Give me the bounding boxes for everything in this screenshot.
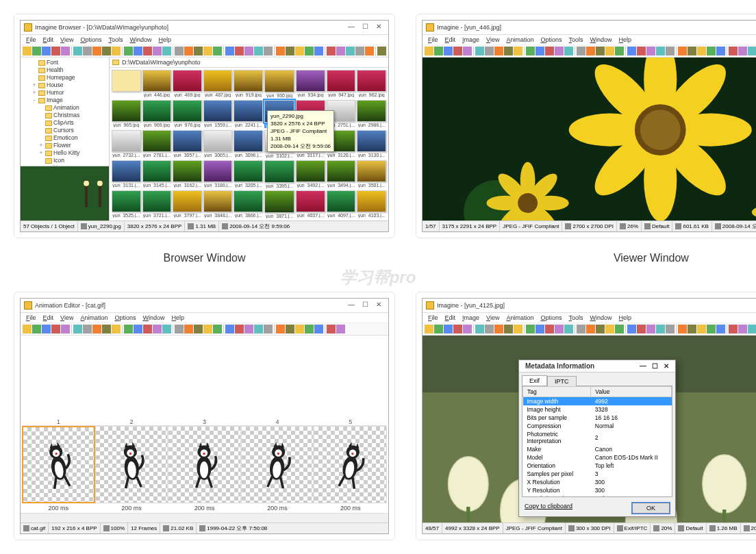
toolbar-button-32[interactable] (748, 325, 756, 333)
toolbar-button-28[interactable] (707, 47, 716, 55)
toolbar-button-6[interactable] (485, 325, 494, 333)
dialog-close-button[interactable]: ✕ (661, 362, 672, 370)
menu-window[interactable]: Window (140, 314, 168, 322)
close-button[interactable]: ✕ (373, 23, 385, 32)
toolbar-button-21[interactable] (235, 47, 244, 55)
horizontal-scrollbar[interactable] (21, 513, 388, 522)
metadata-row[interactable]: CompressionNormal (523, 422, 672, 430)
metadata-row[interactable]: ModelCanon EOS-1Ds Mark II (523, 453, 672, 462)
thumbnail-item[interactable]: yun_965.jpg (112, 100, 141, 128)
tab-iptc[interactable]: IPTC (547, 376, 577, 386)
toolbar-button-21[interactable] (235, 325, 244, 333)
frame-3[interactable]: 200 ms (168, 426, 241, 512)
toolbar-button-8[interactable] (504, 325, 513, 333)
frames-strip[interactable]: 200 ms200 ms200 ms200 ms200 ms (22, 426, 387, 512)
thumbnail-item[interactable]: yun_976.jpg (173, 100, 202, 128)
toolbar-button-34[interactable] (365, 47, 374, 55)
toolbar-button-31[interactable] (336, 325, 345, 333)
toolbar-button-19[interactable] (213, 47, 222, 55)
toolbar-button-1[interactable] (434, 325, 443, 333)
toolbar-button-27[interactable] (295, 47, 304, 55)
toolbar-button-29[interactable] (314, 325, 323, 333)
toolbar-button-11[interactable] (536, 325, 544, 333)
toolbar-button-23[interactable] (656, 47, 665, 55)
toolbar-button-23[interactable] (254, 325, 263, 333)
toolbar-button-13[interactable] (153, 325, 162, 333)
thumbnail-item[interactable]: yun_3145.j... (142, 160, 172, 188)
toolbar-button-11[interactable] (536, 47, 544, 55)
toolbar-button-18[interactable] (203, 325, 212, 333)
thumbnail-item[interactable]: yun_3395.j... (264, 160, 294, 188)
metadata-row[interactable]: Samples per pixel3 (523, 470, 672, 478)
thumbnail-item[interactable]: yun_4097.j... (327, 190, 356, 218)
toolbar-button-33[interactable] (355, 47, 364, 55)
toolbar-button-19[interactable] (213, 325, 222, 333)
toolbar-button-0[interactable] (425, 325, 433, 333)
menu-animation[interactable]: Animation (77, 314, 110, 322)
dialog-maximize-button[interactable]: ☐ (649, 362, 661, 370)
toolbar-button-15[interactable] (577, 47, 585, 55)
toolbar-button-12[interactable] (143, 325, 152, 333)
frame-5[interactable]: 200 ms (314, 426, 387, 512)
menu-edit[interactable]: Edit (442, 314, 459, 322)
toolbar-button-19[interactable] (615, 47, 624, 55)
toolbar-button-26[interactable] (688, 325, 696, 333)
toolbar-button-29[interactable] (716, 47, 725, 55)
toolbar-button-3[interactable] (51, 325, 60, 333)
toolbar-button-27[interactable] (697, 47, 706, 55)
tree-node-animation[interactable]: Animation (22, 104, 108, 112)
toolbar-button-29[interactable] (314, 47, 323, 55)
thumbnail-item[interactable]: yun_3130.j... (357, 130, 386, 158)
toolbar-button-5[interactable] (475, 325, 484, 333)
metadata-table-wrap[interactable]: Tag Value Image width4992Image height332… (522, 386, 672, 497)
menu-view[interactable]: View (483, 314, 502, 322)
thumbnail-item[interactable]: yun_947.jpg (327, 70, 356, 98)
menu-help[interactable]: Help (155, 36, 174, 44)
menu-view[interactable]: View (58, 36, 76, 44)
toolbar-button-2[interactable] (444, 325, 453, 333)
toolbar-button-16[interactable] (184, 325, 193, 333)
toolbar-button-8[interactable] (504, 47, 513, 55)
metadata-row[interactable]: Y Resolution300 (523, 486, 672, 494)
metadata-row[interactable]: Bits per sample16 16 16 (523, 414, 672, 422)
minimize-button[interactable]: — (345, 301, 357, 310)
toolbar-button-0[interactable] (23, 47, 32, 55)
menu-window[interactable]: Window (127, 36, 154, 44)
toolbar-button-20[interactable] (225, 47, 234, 55)
tree-node-image[interactable]: -Image (22, 97, 108, 104)
toolbar-button-26[interactable] (286, 47, 294, 55)
toolbar-button-24[interactable] (264, 325, 273, 333)
menu-options[interactable]: Options (112, 314, 138, 322)
toolbar-button-30[interactable] (729, 325, 738, 333)
thumbnail-item[interactable]: yun_962.jpg (357, 70, 386, 98)
thumbnail-item[interactable]: yun_4037.j... (296, 190, 325, 218)
toolbar-button-2[interactable] (42, 47, 51, 55)
thumbnail-item[interactable]: yun_2986.j... (357, 100, 386, 128)
thumbnail-item[interactable] (112, 70, 141, 98)
toolbar-button-18[interactable] (203, 47, 212, 55)
col-value[interactable]: Value (591, 387, 672, 397)
tree-node-hello-kitty[interactable]: +Hello Kitty (22, 149, 108, 157)
toolbar-button-27[interactable] (697, 325, 706, 333)
toolbar-button-22[interactable] (244, 325, 253, 333)
menu-help[interactable]: Help (169, 314, 188, 322)
toolbar-button-29[interactable] (716, 325, 725, 333)
thumbnail-item[interactable]: yun_3501.j... (357, 160, 386, 188)
thumbnail-item[interactable]: yun_469.jpg (173, 70, 202, 98)
toolbar-button-21[interactable] (637, 47, 646, 55)
menu-view[interactable]: View (58, 314, 76, 322)
menu-file[interactable]: File (425, 314, 441, 322)
toolbar-button-4[interactable] (61, 325, 70, 333)
tree-node-humor[interactable]: +Humor (22, 89, 108, 97)
toolbar-button-17[interactable] (194, 47, 203, 55)
metadata-row[interactable]: Resolution unitInch (523, 494, 672, 497)
thumbnail-item[interactable]: yun_3057.j... (173, 130, 202, 158)
close-button[interactable]: ✕ (373, 301, 385, 310)
toolbar-button-13[interactable] (555, 47, 564, 55)
menu-image[interactable]: Image (459, 314, 482, 322)
toolbar-button-10[interactable] (124, 325, 133, 333)
toolbar-button-1[interactable] (434, 47, 443, 55)
toolbar-button-22[interactable] (244, 47, 253, 55)
metadata-row[interactable]: Image width4992 (523, 397, 672, 406)
menu-window[interactable]: Window (588, 314, 615, 322)
